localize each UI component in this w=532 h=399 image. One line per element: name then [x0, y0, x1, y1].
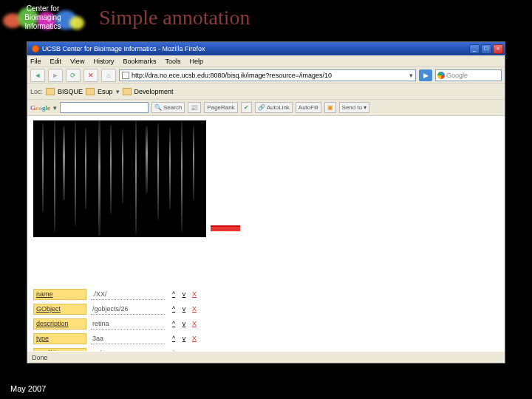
delete-row-button[interactable]: X: [190, 349, 199, 351]
field-value-name[interactable]: ./XX/: [91, 289, 165, 300]
check-icon: ✔: [244, 104, 249, 111]
dropdown-icon[interactable]: ▾: [409, 72, 413, 79]
delete-row-button[interactable]: X: [190, 304, 199, 313]
link-icon: 🔗: [258, 104, 265, 111]
menu-file[interactable]: File: [30, 58, 41, 65]
home-button[interactable]: ⌂: [101, 69, 116, 82]
field-label-gobject[interactable]: GObject: [33, 304, 86, 315]
annotation-table: name ./XX/ ^ v X GObject /gobjects/26 ^ …: [33, 287, 233, 351]
move-down-button[interactable]: v: [180, 304, 188, 313]
menu-edit[interactable]: Edit: [50, 58, 62, 65]
chevron-down-icon[interactable]: ▾: [116, 88, 120, 95]
move-up-button[interactable]: ^: [169, 304, 178, 313]
folder-icon: [86, 88, 95, 95]
maximize-button[interactable]: □: [481, 44, 491, 54]
footer-date: May 2007: [10, 384, 46, 393]
folder-icon: [123, 88, 132, 95]
annotation-marker: [211, 225, 240, 231]
menu-bookmarks[interactable]: Bookmarks: [123, 58, 156, 65]
chevron-down-icon[interactable]: ▾: [53, 104, 57, 112]
google-check-button[interactable]: ✔: [241, 102, 252, 113]
search-icon: 🔍: [154, 104, 162, 111]
field-value-condition[interactable]: 3 dev: [91, 348, 165, 352]
go-button[interactable]: ▶: [419, 69, 432, 81]
chevron-down-icon: ▾: [364, 104, 366, 111]
table-row: name ./XX/ ^ v X: [33, 287, 233, 301]
bookmark-bisque[interactable]: BISQUE: [58, 88, 83, 95]
delete-row-button[interactable]: X: [190, 290, 199, 299]
field-value-description[interactable]: retina: [91, 318, 165, 330]
rss-icon: ▣: [327, 104, 333, 111]
search-input[interactable]: Google: [435, 69, 502, 81]
google-autofill-button[interactable]: AutoFill: [296, 102, 321, 113]
google-pagerank-button[interactable]: PageRank: [204, 102, 237, 113]
field-value-type[interactable]: 3aa: [91, 333, 165, 344]
status-text: Done: [32, 354, 48, 361]
google-toolbar: Google ▾ 🔍Search 📰 PageRank ✔ 🔗AutoLink …: [27, 100, 505, 116]
search-placeholder: Google: [446, 72, 468, 79]
menu-view[interactable]: View: [70, 58, 84, 65]
menu-history[interactable]: History: [93, 58, 114, 65]
table-row: condition 3 dev ^ v X: [33, 347, 233, 351]
move-up-button[interactable]: ^: [169, 349, 178, 351]
stop-button[interactable]: ✕: [83, 69, 98, 82]
loc-label: Loc:: [30, 88, 43, 95]
move-up-button[interactable]: ^: [169, 290, 178, 299]
bookmark-development[interactable]: Development: [134, 88, 174, 95]
bookmark-esup[interactable]: Esup: [98, 88, 113, 95]
forward-button[interactable]: ►: [48, 69, 63, 82]
url-text: http://dra.no.ece.ucsb.edu:8080/bisq.ik/…: [132, 72, 407, 79]
google-autolink-button[interactable]: 🔗AutoLink: [255, 102, 293, 113]
folder-icon: [46, 88, 55, 95]
specimen-image[interactable]: [33, 120, 206, 237]
window-title: UCSB Center for BioImage Informatics - M…: [42, 45, 469, 52]
google-toolbar-label: Google: [30, 104, 50, 112]
google-sendto-button[interactable]: Send to▾: [339, 102, 370, 113]
move-up-button[interactable]: ^: [169, 319, 178, 328]
delete-row-button[interactable]: X: [190, 319, 199, 328]
org-line2: Bioimaging: [0, 13, 86, 22]
org-line3: Informatics: [0, 22, 86, 31]
url-input[interactable]: http://dra.no.ece.ucsb.edu:8080/bisq.ik/…: [119, 69, 416, 81]
minimize-button[interactable]: _: [469, 44, 480, 54]
org-line1: Center for: [0, 4, 86, 13]
menu-bar: File Edit View History Bookmarks Tools H…: [27, 55, 505, 67]
status-bar: Done: [27, 351, 505, 363]
delete-row-button[interactable]: X: [190, 334, 199, 343]
move-down-button[interactable]: v: [180, 319, 188, 328]
firefox-icon: [32, 45, 39, 52]
reload-button[interactable]: ⟳: [66, 69, 81, 82]
field-label-description[interactable]: description: [33, 318, 86, 330]
field-label-name[interactable]: name: [33, 289, 86, 300]
logo: Center for Bioimaging Informatics: [0, 0, 86, 35]
google-icon: [437, 72, 445, 79]
table-row: description retina ^ v X: [33, 317, 233, 330]
bookmarks-bar: Loc: BISQUE Esup ▾ Development: [27, 83, 505, 100]
google-news-button[interactable]: 📰: [188, 102, 201, 113]
table-row: type 3aa ^ v X: [33, 332, 233, 345]
google-subscribe-button[interactable]: ▣: [324, 102, 336, 113]
table-row: GObject /gobjects/26 ^ v X: [33, 302, 233, 316]
field-label-condition[interactable]: condition: [33, 348, 86, 352]
browser-window: UCSB Center for BioImage Informatics - M…: [27, 41, 505, 364]
page-title: Simple annotation: [99, 6, 250, 30]
field-label-type[interactable]: type: [33, 333, 86, 344]
menu-help[interactable]: Help: [189, 58, 203, 65]
back-button[interactable]: ◄: [30, 69, 45, 82]
move-down-button[interactable]: v: [180, 349, 188, 351]
move-down-button[interactable]: v: [180, 334, 188, 343]
google-search-input[interactable]: [60, 102, 149, 113]
page-content: name ./XX/ ^ v X GObject /gobjects/26 ^ …: [27, 116, 505, 351]
nav-toolbar: ◄ ► ⟳ ✕ ⌂ http://dra.no.ece.ucsb.edu:808…: [27, 67, 505, 83]
move-down-button[interactable]: v: [180, 290, 188, 299]
close-button[interactable]: ×: [493, 44, 503, 54]
google-search-button[interactable]: 🔍Search: [151, 102, 185, 113]
move-up-button[interactable]: ^: [169, 334, 178, 343]
menu-tools[interactable]: Tools: [165, 58, 180, 65]
window-titlebar[interactable]: UCSB Center for BioImage Informatics - M…: [27, 42, 505, 55]
news-icon: 📰: [191, 104, 198, 111]
field-value-gobject[interactable]: /gobjects/26: [91, 304, 165, 315]
page-favicon-icon: [122, 72, 129, 79]
